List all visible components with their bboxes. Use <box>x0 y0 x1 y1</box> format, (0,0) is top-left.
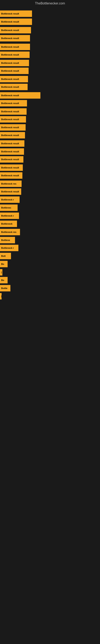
bar-item: Bottleneck result <box>0 52 30 58</box>
bar-label: Bottleneck result <box>1 142 19 145</box>
bar-item: Bottleneck result <box>0 10 32 17</box>
bar-label: Bottleneck result <box>1 110 19 113</box>
bar-item: Bottleneck res <box>0 180 22 187</box>
bar-item: Bottleneck result <box>0 140 24 147</box>
bar-label: Bottleneck result <box>1 134 19 136</box>
bar-label: Bottleneck res <box>1 231 16 233</box>
bar-item: Bottleneck result <box>0 124 26 130</box>
bar-label: Bottleneck result <box>1 190 19 193</box>
bar-label: Bottleneck result <box>1 174 19 177</box>
bar-label: Bottleneck result <box>1 94 19 96</box>
chart-area: Bottleneck resultBottleneck resultBottle… <box>0 7 100 641</box>
bar-label: Bottleneck result <box>1 29 19 32</box>
bar-label: Bottleneck result <box>1 158 19 160</box>
bar-label: Bottleneck result <box>1 86 19 88</box>
bar-item: Bottleneck result <box>0 156 23 162</box>
bar-label: Bottle <box>1 287 7 290</box>
bar-item: Bottleneck r <box>0 212 19 219</box>
bar-label: Bottlene <box>1 239 10 241</box>
bar-item: Bottle <box>0 285 10 292</box>
bar-item: Bottleneck result <box>0 116 26 122</box>
bar-item: Bo <box>0 277 8 283</box>
bar-item: Bottleneck result <box>0 188 21 195</box>
bar-item: Bo <box>0 261 8 267</box>
bar-label: Bo <box>1 279 4 281</box>
bar-item: Bottleneck result <box>0 172 22 179</box>
bar-label: Bottlenec <box>1 206 11 209</box>
bar-label: Bottleneck result <box>1 62 19 64</box>
bar-item: Bottleneck result <box>0 100 27 106</box>
bar-label: Bottleneck result <box>1 20 19 23</box>
bar-item: Bottleneck result <box>0 68 29 74</box>
bar-item: Bott <box>0 253 11 259</box>
bar-label: Bottleneck result <box>1 70 19 72</box>
bar-item: Bottleneck result <box>0 148 24 155</box>
bar-label: Bottleneck result <box>1 126 19 128</box>
bar-item: Bottleneck result <box>0 108 27 115</box>
bar-item: Bottleneck <box>0 220 17 227</box>
bar-label: Bott <box>1 255 6 257</box>
bar-item: Bottleneck result <box>0 164 23 171</box>
bar-label: Bottleneck r <box>1 214 14 217</box>
bar-item: Bottleneck result <box>0 60 29 66</box>
bar-item: | <box>0 269 2 276</box>
bar-label: Bottleneck result <box>1 46 19 48</box>
bar-label: Bo <box>1 263 4 265</box>
bar-item: Bottleneck result <box>0 76 28 82</box>
bar-label: | <box>1 295 1 298</box>
bar-item: Bottleneck result <box>0 18 32 25</box>
bar-item: Bottleneck result <box>0 132 25 138</box>
bar-label: Bottleneck result <box>1 78 19 80</box>
bar-item: Bottleneck r <box>0 245 18 251</box>
site-title: TheBottlenecker.com <box>0 0 100 7</box>
bar-label: Bottleneck result <box>1 37 19 40</box>
bar-item: Bottleneck result <box>0 35 30 42</box>
bar-label: Bottleneck result <box>1 54 19 56</box>
bar-item: | <box>0 293 1 300</box>
bar-label: Bottleneck result <box>1 12 19 15</box>
bar-item: Bottleneck result <box>0 27 31 34</box>
bar-label: Bottleneck result <box>1 166 19 169</box>
bar-label: Bottleneck r <box>1 247 14 249</box>
bar-label: Bottleneck r <box>1 198 14 201</box>
bar-item: Bottleneck r <box>0 196 20 203</box>
bar-label: | <box>1 271 2 274</box>
bar-item: Bottlene <box>0 237 15 243</box>
bar-item: Bottleneck result <box>0 92 40 98</box>
bar-label: Bottleneck result <box>1 118 19 120</box>
bar-item: Bottlenec <box>0 204 18 211</box>
bar-label: Bottleneck res <box>1 182 16 185</box>
bar-item: Bottleneck result <box>0 44 30 50</box>
bar-item: Bottleneck result <box>0 84 28 90</box>
bar-label: Bottleneck result <box>1 150 19 153</box>
bar-item: Bottleneck res <box>0 229 20 235</box>
bar-label: Bottleneck result <box>1 102 19 104</box>
bar-label: Bottleneck <box>1 222 12 225</box>
